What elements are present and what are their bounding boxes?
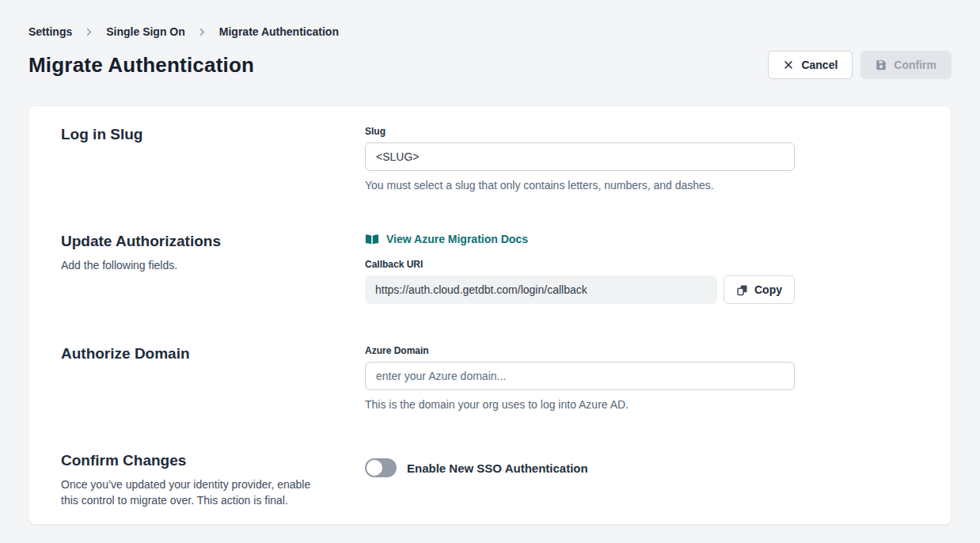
copy-icon [736, 284, 748, 296]
section-confirm-changes: Confirm Changes Once you’ve updated your… [61, 452, 919, 509]
settings-card: Log in Slug Slug You must select a slug … [28, 105, 952, 525]
confirm-changes-heading: Confirm Changes [61, 452, 333, 469]
azure-migration-docs-link-label: View Azure Migration Docs [386, 233, 528, 245]
migrate-authentication-page: Settings Single Sign On Migrate Authenti… [0, 0, 980, 525]
section-update-authorizations: Update Authorizations Add the following … [61, 233, 919, 304]
azure-migration-docs-link[interactable]: View Azure Migration Docs [365, 233, 528, 245]
login-slug-heading: Log in Slug [61, 126, 333, 143]
confirm-changes-description: Once you’ve updated your identity provid… [61, 477, 322, 509]
confirm-button-label: Confirm [894, 59, 936, 71]
slug-input[interactable] [365, 142, 795, 171]
header-actions: Cancel Confirm [768, 51, 952, 79]
copy-button[interactable]: Copy [724, 275, 795, 304]
cancel-button-label: Cancel [801, 59, 838, 71]
breadcrumb-settings[interactable]: Settings [28, 25, 72, 38]
section-login-slug: Log in Slug Slug You must select a slug … [61, 126, 919, 192]
azure-domain-helper-text: This is the domain your org uses to log … [365, 398, 795, 411]
chevron-right-icon [198, 28, 207, 36]
toggle-knob [367, 460, 382, 476]
callback-uri-value: https://auth.cloud.getdbt.com/login/call… [365, 275, 717, 304]
slug-helper-text: You must select a slug that only contain… [365, 179, 795, 192]
update-authorizations-description: Add the following fields. [61, 257, 322, 273]
enable-sso-toggle-label: Enable New SSO Authentication [407, 461, 588, 475]
breadcrumb: Settings Single Sign On Migrate Authenti… [28, 0, 952, 38]
enable-sso-toggle[interactable] [365, 458, 397, 477]
authorize-domain-heading: Authorize Domain [61, 345, 333, 363]
copy-button-label: Copy [754, 283, 782, 296]
breadcrumb-migrate-authentication: Migrate Authentication [219, 25, 339, 38]
section-authorize-domain: Authorize Domain Azure Domain This is th… [61, 345, 919, 411]
save-icon [876, 59, 887, 70]
slug-field-label: Slug [365, 126, 795, 137]
breadcrumb-single-sign-on[interactable]: Single Sign On [106, 25, 185, 38]
page-header: Migrate Authentication Cancel Confirm [28, 51, 952, 79]
book-icon [365, 234, 379, 245]
cancel-button[interactable]: Cancel [768, 51, 853, 79]
azure-domain-label: Azure Domain [365, 345, 795, 356]
azure-domain-input[interactable] [365, 362, 795, 390]
chevron-right-icon [85, 28, 93, 36]
callback-uri-label: Callback URI [365, 259, 795, 270]
confirm-button[interactable]: Confirm [860, 51, 952, 79]
page-title: Migrate Authentication [28, 53, 254, 78]
close-icon [783, 59, 794, 70]
update-authorizations-heading: Update Authorizations [61, 233, 333, 250]
